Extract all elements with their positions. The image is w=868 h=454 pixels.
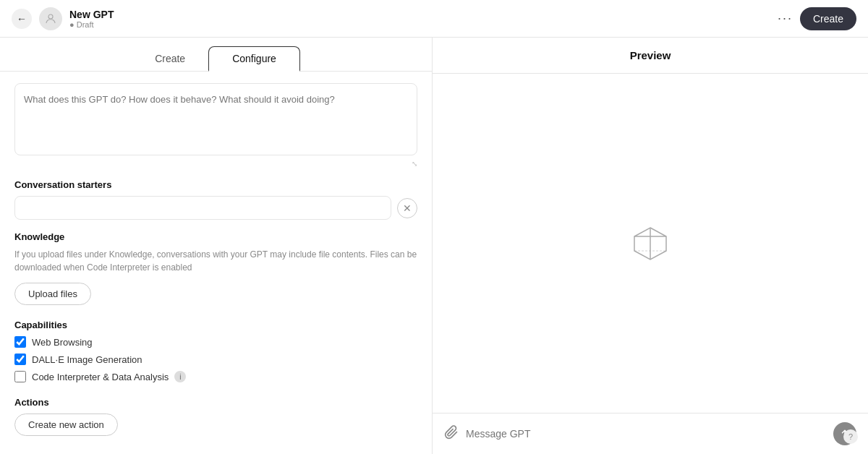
left-panel: Create Configure ⤡ Conversation starters… xyxy=(0,38,433,454)
more-button[interactable]: ··· xyxy=(778,11,793,26)
capability-dalle: DALL·E Image Generation xyxy=(14,354,417,365)
help-button[interactable]: ? xyxy=(843,429,858,444)
knowledge-description: If you upload files under Knowledge, con… xyxy=(14,248,417,274)
gpt-info: New GPT ● Draft xyxy=(69,9,114,29)
clear-starter-button[interactable]: ✕ xyxy=(397,198,417,218)
upload-files-button[interactable]: Upload files xyxy=(14,283,91,305)
message-input[interactable] xyxy=(466,428,826,440)
resize-handle: ⤡ xyxy=(14,160,417,168)
create-new-action-button[interactable]: Create new action xyxy=(14,414,118,436)
right-panel: Preview ? xyxy=(433,38,868,454)
checkbox-dalle[interactable] xyxy=(14,354,26,365)
message-bar xyxy=(433,413,868,454)
instructions-textarea[interactable] xyxy=(14,83,417,155)
checkbox-web-browsing-label: Web Browsing xyxy=(32,337,93,348)
header: ← New GPT ● Draft ··· Create xyxy=(0,0,868,38)
capability-web-browsing: Web Browsing xyxy=(14,336,417,348)
actions-label: Actions xyxy=(14,397,417,408)
tabs: Create Configure xyxy=(0,38,432,72)
preview-title: Preview xyxy=(433,38,868,74)
header-right: ··· Create xyxy=(778,7,856,30)
gpt-status: ● Draft xyxy=(69,20,114,29)
back-button[interactable]: ← xyxy=(12,9,32,29)
attach-button[interactable] xyxy=(444,425,459,443)
gpt-name: New GPT xyxy=(69,9,114,20)
conversation-starters-label: Conversation starters xyxy=(14,179,417,190)
knowledge-label: Knowledge xyxy=(14,231,417,242)
checkbox-code-interpreter[interactable] xyxy=(14,371,26,382)
avatar xyxy=(39,7,62,30)
checkbox-code-interpreter-label: Code Interpreter & Data Analysis xyxy=(32,372,169,382)
tab-create[interactable]: Create xyxy=(132,46,208,71)
main-layout: Create Configure ⤡ Conversation starters… xyxy=(0,38,868,454)
info-icon[interactable]: i xyxy=(174,371,186,382)
svg-point-0 xyxy=(48,14,53,19)
left-content: ⤡ Conversation starters ✕ Knowledge If y… xyxy=(0,72,432,454)
tab-configure[interactable]: Configure xyxy=(208,46,300,72)
preview-content xyxy=(433,74,868,413)
checkbox-web-browsing[interactable] xyxy=(14,336,26,348)
create-button[interactable]: Create xyxy=(800,7,856,30)
starter-input[interactable] xyxy=(14,196,391,220)
capability-code-interpreter: Code Interpreter & Data Analysis i xyxy=(14,371,417,382)
capabilities-label: Capabilities xyxy=(14,320,417,330)
box-icon xyxy=(630,223,671,264)
header-left: ← New GPT ● Draft xyxy=(12,7,114,30)
starters-row: ✕ xyxy=(14,196,417,220)
checkbox-dalle-label: DALL·E Image Generation xyxy=(32,354,142,365)
